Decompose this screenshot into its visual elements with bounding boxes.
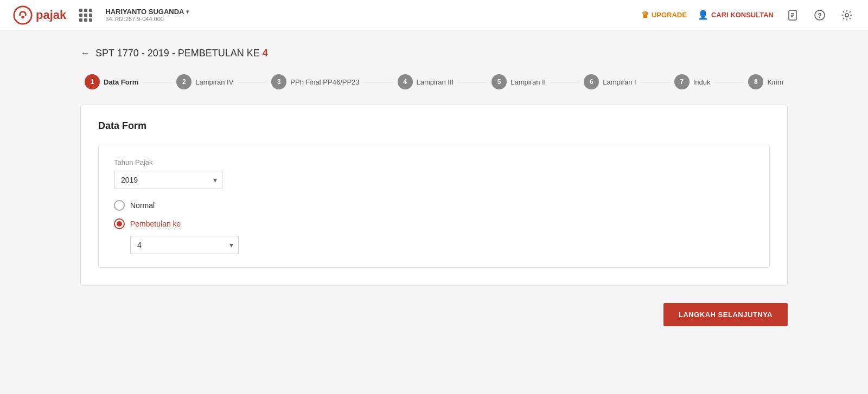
step-line-7 <box>714 82 744 82</box>
step-label-5: Lampiran II <box>510 78 546 86</box>
radio-group: Normal Pembetulan ke <box>114 200 754 229</box>
tahun-pajak-select[interactable]: 2019201820172016 <box>114 171 222 189</box>
step-7: 7Induk <box>674 74 711 89</box>
logo-text: pajak <box>36 8 66 22</box>
konsultan-button[interactable]: 👤 CARI KONSULTAN <box>698 10 774 20</box>
step-2: 2Lampiran IV <box>176 74 233 89</box>
app-header: pajak HARIYANTO SUGANDA ▾ 34.782.257.9-0… <box>0 0 868 30</box>
logo: pajak <box>13 5 66 25</box>
svg-point-8 <box>845 14 848 17</box>
step-circle-3: 3 <box>271 74 286 89</box>
step-6: 6Lampiran I <box>584 74 636 89</box>
gear-icon <box>841 9 853 21</box>
pembetulan-number: 4 <box>263 48 268 59</box>
user-npwp: 34.782.257.9-044.000 <box>105 16 189 22</box>
back-button[interactable]: ← <box>80 48 90 59</box>
chevron-down-icon: ▾ <box>186 9 189 15</box>
header-actions: ♛ UPGRADE 👤 CARI KONSULTAN ? <box>641 7 855 23</box>
radio-normal[interactable]: Normal <box>114 200 754 211</box>
pembetulan-select[interactable]: 12345 <box>130 236 239 254</box>
step-line-2 <box>238 82 267 82</box>
step-5: 5Lampiran II <box>492 74 546 89</box>
main-content: ← SPT 1770 - 2019 - PEMBETULAN KE 4 1Dat… <box>54 30 814 344</box>
breadcrumb: ← SPT 1770 - 2019 - PEMBETULAN KE 4 <box>80 48 788 59</box>
footer-actions: LANGKAH SELANJUTNYA <box>80 303 788 326</box>
step-label-8: Kirim <box>767 78 783 86</box>
step-label-4: Lampiran III <box>417 78 454 86</box>
person-icon: 👤 <box>698 10 709 20</box>
pembetulan-dropdown-wrapper: 12345 <box>130 236 239 254</box>
radio-dot <box>117 221 122 227</box>
step-line-3 <box>364 82 393 82</box>
step-circle-1: 1 <box>85 74 100 89</box>
step-label-2: Lampiran IV <box>195 78 233 86</box>
step-label-3: PPh Final PP46/PP23 <box>290 78 359 86</box>
card-title: Data Form <box>98 120 770 132</box>
step-circle-6: 6 <box>584 74 599 89</box>
tahun-pajak-label: Tahun Pajak <box>114 158 754 166</box>
radio-pembetulan-input[interactable] <box>114 218 125 229</box>
upgrade-button[interactable]: ♛ UPGRADE <box>641 10 687 20</box>
step-3: 3PPh Final PP46/PP23 <box>271 74 359 89</box>
help-button[interactable]: ? <box>812 7 828 23</box>
step-label-1: Data Form <box>104 78 138 86</box>
radio-pembetulan[interactable]: Pembetulan ke <box>114 218 754 229</box>
step-label-7: Induk <box>693 78 711 86</box>
step-circle-4: 4 <box>398 74 413 89</box>
data-form-card: Data Form Tahun Pajak 2019201820172016 N… <box>80 105 788 286</box>
step-circle-5: 5 <box>492 74 507 89</box>
step-circle-8: 8 <box>748 74 763 89</box>
user-name[interactable]: HARIYANTO SUGANDA ▾ <box>105 8 189 16</box>
step-label-6: Lampiran I <box>603 78 636 86</box>
user-info: HARIYANTO SUGANDA ▾ 34.782.257.9-044.000 <box>105 8 189 22</box>
step-1: 1Data Form <box>85 74 138 89</box>
step-8: 8Kirim <box>748 74 783 89</box>
inner-form-card: Tahun Pajak 2019201820172016 Normal Pemb… <box>98 145 770 268</box>
radio-normal-label: Normal <box>130 201 155 210</box>
page-title: SPT 1770 - 2019 - PEMBETULAN KE 4 <box>95 48 268 59</box>
pembetulan-select-wrapper: 12345 <box>130 236 754 254</box>
step-line-1 <box>143 82 172 82</box>
svg-text:?: ? <box>818 11 821 19</box>
document-icon-button[interactable] <box>784 7 801 23</box>
step-line-6 <box>641 82 670 82</box>
radio-normal-input[interactable] <box>114 200 125 211</box>
document-icon <box>787 9 799 21</box>
help-icon: ? <box>814 9 826 21</box>
svg-point-0 <box>14 6 31 23</box>
step-line-5 <box>550 82 579 82</box>
stepper: 1Data Form2Lampiran IV3PPh Final PP46/PP… <box>80 74 788 89</box>
logo-icon <box>13 5 33 25</box>
radio-pembetulan-label: Pembetulan ke <box>130 219 181 228</box>
tahun-pajak-select-wrapper: 2019201820172016 <box>114 171 222 189</box>
settings-button[interactable] <box>839 7 855 23</box>
step-4: 4Lampiran III <box>398 74 454 89</box>
svg-point-1 <box>21 15 24 18</box>
step-circle-2: 2 <box>176 74 192 89</box>
step-circle-7: 7 <box>674 74 690 89</box>
grid-menu-icon[interactable] <box>77 7 94 24</box>
crown-icon: ♛ <box>641 10 649 20</box>
next-step-button[interactable]: LANGKAH SELANJUTNYA <box>663 303 788 326</box>
step-line-4 <box>458 82 487 82</box>
